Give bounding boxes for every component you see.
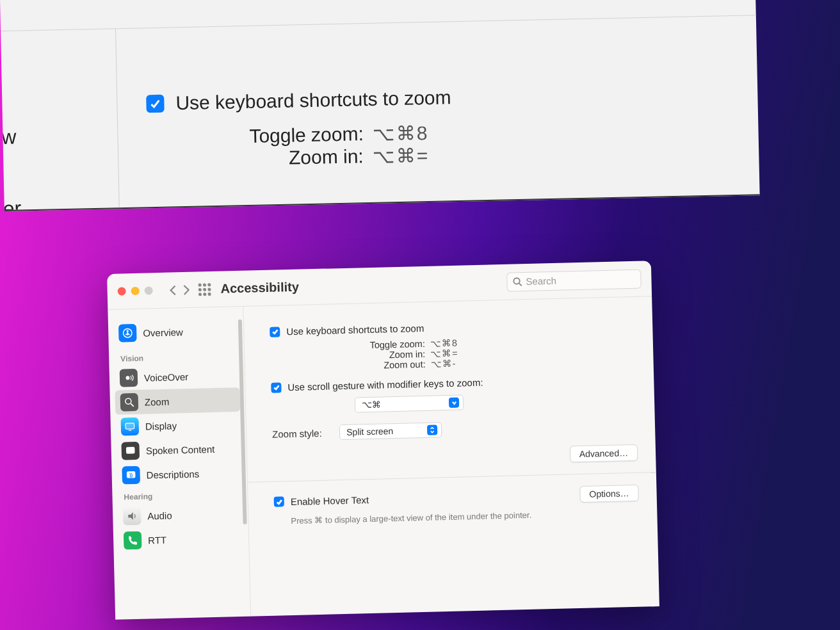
svg-point-2 [208, 283, 211, 286]
descriptions-icon: )) [122, 466, 140, 485]
sidebar-item-display[interactable]: Display [115, 412, 241, 439]
updown-icon [427, 424, 437, 435]
use-keyboard-shortcuts-checkbox[interactable] [146, 95, 165, 113]
content-pane: Use keyboard shortcuts to zoom Toggle zo… [243, 296, 659, 616]
sidebar: Overview Vision VoiceOver Zoom Displa [108, 307, 251, 620]
sidebar-item-label: Descriptions [146, 468, 199, 480]
forward-button[interactable] [179, 281, 193, 298]
svg-point-13 [125, 376, 129, 380]
sidebar-item-overview[interactable]: Overview [113, 318, 239, 346]
sidebar-item-label: Overview [143, 327, 183, 339]
svg-point-1 [203, 283, 206, 286]
enable-hover-text-label: Enable Hover Text [291, 494, 369, 507]
shortcut-keys: ⌥⌘= [372, 144, 429, 168]
back-button[interactable] [166, 282, 180, 298]
zoom-style-select[interactable]: Split screen [339, 422, 442, 440]
shortcut-label: Zoom in: [289, 145, 373, 170]
shortcut-keys: ⌥⌘= [430, 348, 458, 359]
svg-point-9 [513, 278, 520, 284]
svg-point-3 [198, 288, 201, 291]
svg-point-5 [208, 288, 211, 291]
shortcut-keys: ⌥⌘8 [430, 338, 458, 349]
svg-line-10 [519, 283, 522, 286]
hover-text-help: Press ⌘ to display a large-text view of … [291, 508, 639, 526]
sidebar-item-label: Audio [147, 510, 172, 521]
svg-point-14 [125, 398, 131, 404]
sidebar-fragment: ew [0, 125, 17, 150]
overview-icon [118, 324, 137, 343]
audio-icon [123, 507, 141, 526]
zoom-split-preview: ew ver Use keyboard shortcuts to zoom To… [0, 0, 760, 211]
maximize-button[interactable] [144, 286, 152, 295]
modifier-keys-value: ⌥⌘ [362, 400, 381, 410]
sidebar-item-spoken-content[interactable]: Spoken Content [116, 436, 241, 464]
svg-point-0 [198, 284, 201, 286]
sidebar-item-label: VoiceOver [144, 371, 189, 383]
enable-hover-text-checkbox[interactable] [274, 496, 284, 506]
sidebar-item-label: RTT [148, 534, 166, 545]
sidebar-item-label: Spoken Content [146, 443, 215, 456]
svg-rect-16 [125, 423, 134, 429]
use-scroll-gesture-checkbox[interactable] [271, 382, 281, 392]
display-icon [120, 417, 139, 436]
zoom-icon [120, 393, 139, 412]
show-all-icon[interactable] [197, 282, 212, 297]
window-controls [118, 286, 153, 295]
divider [248, 472, 656, 483]
sidebar-item-audio[interactable]: Audio [118, 501, 243, 529]
system-preferences-window: Accessibility Search Overview Vision Voi… [107, 261, 659, 620]
window-title: Accessibility [220, 280, 299, 296]
minimize-button[interactable] [131, 287, 140, 295]
use-keyboard-shortcuts-checkbox[interactable] [270, 327, 280, 337]
svg-point-7 [204, 293, 206, 295]
hover-text-options-button[interactable]: Options… [579, 485, 639, 503]
svg-point-4 [204, 288, 206, 291]
modifier-keys-dropdown[interactable]: ⌥⌘ [355, 394, 464, 412]
svg-text:)): )) [129, 472, 133, 478]
shortcut-label: Toggle zoom: [249, 123, 373, 148]
svg-rect-19 [126, 447, 135, 454]
chevron-down-icon [449, 398, 459, 408]
sidebar-item-label: Zoom [145, 396, 170, 407]
use-keyboard-shortcuts-label: Use keyboard shortcuts to zoom [286, 323, 424, 337]
close-button[interactable] [118, 287, 126, 295]
use-scroll-gesture-label: Use scroll gesture with modifier keys to… [287, 377, 483, 392]
sidebar-item-descriptions[interactable]: )) Descriptions [117, 460, 242, 488]
svg-point-6 [198, 293, 201, 295]
sidebar-item-label: Display [145, 420, 177, 432]
svg-point-12 [127, 330, 129, 332]
voiceover-icon [120, 369, 138, 387]
sidebar-item-voiceover[interactable]: VoiceOver [115, 363, 240, 391]
zoom-style-value: Split screen [346, 426, 394, 437]
shortcut-keys: ⌥⌘- [430, 359, 456, 369]
advanced-button[interactable]: Advanced… [569, 444, 638, 463]
shortcut-keys: ⌥⌘8 [372, 122, 428, 145]
sidebar-item-zoom[interactable]: Zoom [115, 387, 240, 415]
zoom-style-label: Zoom style: [272, 427, 339, 440]
svg-marker-22 [128, 512, 133, 520]
search-placeholder: Search [526, 275, 556, 287]
use-keyboard-shortcuts-label: Use keyboard shortcuts to zoom [175, 86, 451, 114]
spoken-content-icon [121, 442, 140, 460]
rtt-icon [124, 531, 142, 550]
search-input[interactable]: Search [506, 269, 642, 291]
svg-line-15 [131, 403, 134, 407]
svg-point-8 [208, 293, 211, 295]
sidebar-item-rtt[interactable]: RTT [118, 526, 244, 553]
